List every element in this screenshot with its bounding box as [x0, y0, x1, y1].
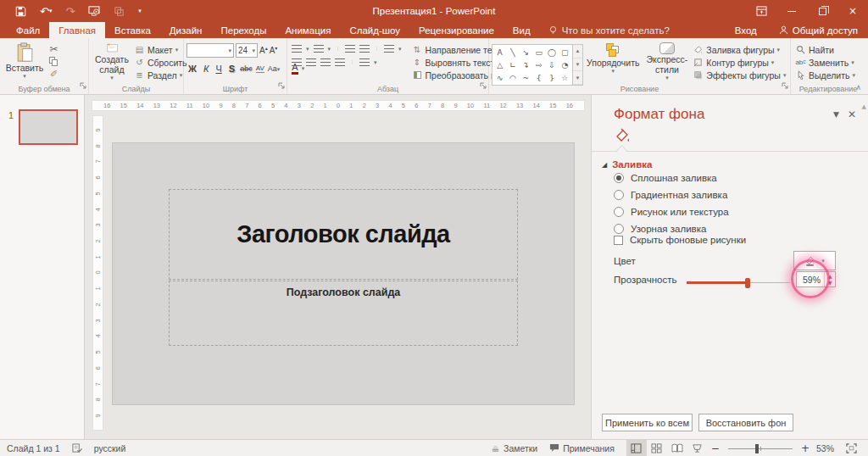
shapes-scroll-down-icon[interactable]: ▼ [573, 58, 582, 72]
pane-scrollbar-up-icon[interactable]: ▲ [862, 103, 866, 110]
arrange-button[interactable]: Упорядочить ▾ [583, 41, 643, 83]
fill-bucket-tab-icon[interactable] [614, 127, 631, 146]
transparency-spinbox[interactable]: 59% ▲ ▼ [796, 271, 836, 287]
zoom-out-icon[interactable]: − [708, 442, 723, 454]
quick-styles-button[interactable]: Экспресс-стили ▾ [643, 41, 691, 83]
zoom-level[interactable]: 53% [816, 443, 834, 453]
shape-text-box-icon[interactable]: A [498, 48, 503, 57]
decrease-indent-icon[interactable] [345, 45, 355, 53]
slide-thumbnail[interactable] [19, 109, 78, 145]
numbering-icon[interactable] [314, 45, 324, 53]
slide-canvas[interactable]: Заголовок слайда Подзаголовок слайда [113, 143, 574, 404]
collapse-ribbon-icon[interactable]: ∧ [855, 83, 861, 92]
new-slide-button[interactable]: Создать слайд ▾ [92, 41, 132, 83]
ribbon-tab[interactable]: Вид [504, 22, 540, 38]
save-icon[interactable] [15, 3, 26, 19]
shape-elbow-arrow-icon[interactable]: ↴ [523, 61, 530, 70]
ribbon-tab[interactable]: Рецензирование [409, 22, 504, 38]
bold-button[interactable]: Ж [186, 64, 198, 74]
pane-options-icon[interactable]: ▼ [833, 110, 839, 119]
font-name-combobox[interactable]: ▾ [186, 43, 234, 58]
spin-up-icon[interactable]: ▲ [825, 272, 835, 280]
shape-pie-icon[interactable]: ◔ [561, 61, 568, 70]
normal-view-button[interactable] [626, 440, 647, 456]
slideshow-view-button[interactable] [687, 440, 708, 456]
change-case-button[interactable]: Аа▾ [268, 64, 281, 73]
shape-line-icon[interactable]: ╲ [510, 48, 515, 57]
shrink-font-icon[interactable]: А▾ [270, 45, 278, 55]
redo-icon[interactable]: ↷ [65, 3, 75, 19]
replace-button[interactable]: abc Заменить▾ [795, 57, 855, 68]
reading-view-button[interactable] [667, 440, 687, 456]
ribbon-tab[interactable]: Главная [49, 22, 105, 38]
align-right-icon[interactable] [320, 58, 331, 66]
ribbon-tab[interactable]: Дизайн [160, 22, 212, 38]
fit-slide-to-window-icon[interactable] [841, 440, 861, 456]
shapes-scroll-up-icon[interactable]: ▲ [573, 45, 582, 58]
shape-arrow-icon[interactable]: ↘ [523, 48, 530, 57]
cut-icon[interactable]: ✂ [48, 43, 59, 55]
ribbon-tab[interactable]: Переходы [211, 22, 275, 38]
fill-option-radio[interactable]: Сплошная заливка [614, 170, 860, 186]
reset-button[interactable]: ↺Сбросить [134, 57, 187, 68]
shape-scribble-icon[interactable]: ∿ [497, 74, 504, 82]
shape-down-arrow-icon[interactable]: ⇩ [548, 61, 555, 70]
transparency-slider[interactable] [687, 279, 790, 287]
shape-right-arrow-icon[interactable]: ⇨ [536, 61, 542, 70]
shape-effects-button[interactable]: Эффекты фигуры▾ [693, 70, 786, 81]
reset-background-button[interactable]: Восстановить фон [698, 414, 793, 431]
tell-me-search[interactable]: Что вы хотите сделать? [548, 22, 670, 38]
shape-fill-button[interactable]: Заливка фигуры▾ [693, 44, 786, 55]
sign-in-button[interactable]: Вход [723, 25, 769, 36]
undo-icon[interactable]: ↶▾ [40, 3, 52, 19]
italic-button[interactable]: К [202, 64, 210, 74]
align-left-icon[interactable] [292, 58, 302, 66]
shape-star-icon[interactable]: ☆ [561, 74, 568, 82]
share-button[interactable]: Общий доступ [769, 25, 868, 36]
language-indicator[interactable]: русский [94, 443, 126, 453]
increase-indent-icon[interactable] [359, 45, 370, 53]
color-picker-button[interactable]: ▾ [793, 251, 836, 270]
zoom-slider[interactable] [728, 440, 793, 456]
restore-button[interactable] [807, 0, 837, 22]
ribbon-tab[interactable]: Слайд-шоу [340, 22, 409, 38]
slider-handle[interactable] [745, 278, 750, 288]
zoom-slider-handle[interactable] [755, 444, 759, 453]
shape-arc-icon[interactable]: ◠ [509, 74, 516, 82]
slide-sorter-view-button[interactable] [647, 440, 667, 456]
shapes-more-icon[interactable]: ▼ [573, 71, 582, 85]
touch-mode-icon[interactable] [114, 3, 125, 19]
qat-customize-icon[interactable]: ▾ [138, 3, 142, 19]
spin-down-icon[interactable]: ▼ [825, 280, 835, 287]
ribbon-tab[interactable]: Анимация [275, 22, 340, 38]
close-button[interactable]: × [837, 0, 868, 22]
justify-icon[interactable] [335, 58, 345, 66]
paste-button[interactable]: Вставить ▾ [3, 41, 47, 83]
shape-elbow-connector-icon[interactable]: ∟ [509, 61, 516, 70]
shape-left-brace-icon[interactable]: { [537, 74, 542, 82]
shape-rectangle-icon[interactable]: ▭ [535, 48, 542, 57]
font-size-combobox[interactable]: 24▾ [236, 43, 258, 58]
fill-option-radio[interactable]: Градиентная заливка [614, 186, 860, 203]
bullets-icon[interactable] [292, 45, 302, 53]
notes-button[interactable]: Заметки [491, 443, 537, 453]
hide-background-checkbox[interactable]: Скрыть фоновые рисунки [614, 235, 746, 245]
minimize-button[interactable] [776, 0, 807, 22]
grow-font-icon[interactable]: А▴ [259, 45, 268, 55]
start-slideshow-icon[interactable] [88, 3, 100, 19]
align-center-icon[interactable] [306, 58, 316, 66]
comments-button[interactable]: Примечания [549, 443, 615, 453]
shape-rounded-rectangle-icon[interactable]: ▢ [561, 48, 569, 57]
format-painter-icon[interactable]: ✐ [48, 69, 59, 80]
fill-option-radio[interactable]: Рисунок или текстура [614, 203, 860, 220]
ribbon-display-options-icon[interactable] [746, 0, 776, 22]
shape-oval-icon[interactable]: ◯ [548, 48, 556, 57]
text-shadow-button[interactable]: S [227, 64, 236, 74]
underline-button[interactable]: Ч [214, 64, 223, 74]
layout-button[interactable]: ▤Макет▾ [134, 44, 187, 55]
title-placeholder[interactable]: Заголовок слайда [169, 189, 518, 280]
shape-triangle-icon[interactable]: △ [497, 61, 503, 70]
section-button[interactable]: ≣Раздел▾ [134, 70, 187, 81]
spellcheck-icon[interactable] [72, 443, 82, 453]
columns-icon[interactable] [359, 58, 370, 66]
